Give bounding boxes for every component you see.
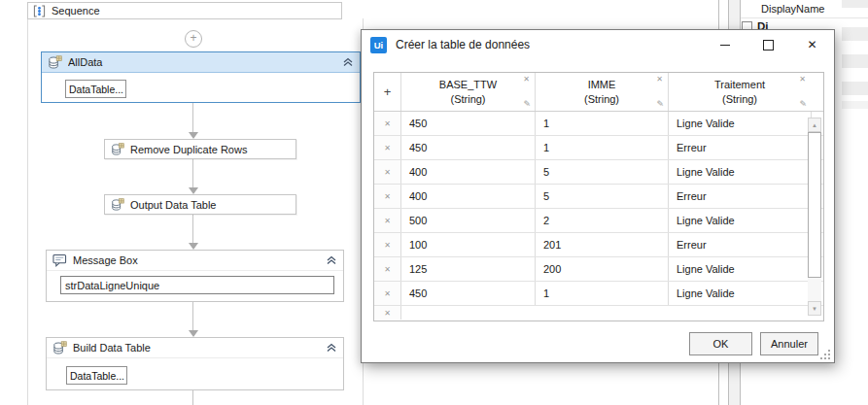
message-box-text-input[interactable]: strDataLigneUnique [60,276,334,294]
delete-row-button[interactable]: ✕ [374,282,401,305]
cell[interactable]: Ligne Valide [669,112,812,135]
table-row-new[interactable]: ✕ [374,306,823,320]
add-activity-button[interactable]: + [185,30,202,48]
cell[interactable]: Erreur [669,233,812,256]
cancel-button[interactable]: Annuler [760,332,818,355]
data-table-editor: + BASE_TTW (String) ✕ ✎ IMME (String) ✕ … [373,72,824,321]
cell[interactable]: Ligne Valide [669,160,812,184]
properties-grid-stripe [842,27,868,41]
activity-remove-duplicate-rows[interactable]: Remove Duplicate Rows [104,139,296,159]
edit-column-icon[interactable]: ✎ [799,100,807,109]
activity-message-box-header[interactable]: Message Box [47,251,343,271]
column-type: (String) [722,92,757,107]
cell[interactable]: Ligne Valide [669,257,812,281]
table-scrollbar[interactable]: ▲ ▼ [808,118,821,316]
cell[interactable]: 125 [401,257,536,281]
flow-arrow-icon [189,243,198,250]
minimize-icon [720,45,730,46]
table-row: ✕ 450 1 Erreur [374,136,823,160]
cell[interactable]: 450 [401,282,536,305]
cell[interactable]: 5 [536,185,669,208]
cell[interactable]: 201 [536,233,669,256]
maximize-button[interactable] [746,30,790,59]
cell[interactable]: 400 [401,185,536,208]
close-button[interactable]: ✕ [790,30,834,59]
flow-connector [192,215,193,243]
properties-displayname-text: DisplayName [761,3,824,15]
uipath-logo-icon: Ui [370,37,387,53]
cell[interactable]: Erreur [669,136,812,159]
minimize-button[interactable] [703,30,746,59]
cell[interactable]: 100 [401,233,536,256]
flow-connector [192,390,193,405]
maximize-icon [763,40,774,51]
activity-build-data-table-title: Build Data Table [73,342,320,354]
column-type: (String) [584,92,619,107]
delete-column-icon[interactable]: ✕ [799,76,806,84]
collapse-icon[interactable] [342,57,354,67]
activity-alldata[interactable]: AllData DataTable... [41,51,361,103]
resize-grip[interactable] [820,350,830,359]
edit-column-icon[interactable]: ✎ [523,100,531,109]
delete-row-button[interactable]: ✕ [374,233,401,256]
column-name: Traitement [714,78,765,92]
sequence-header[interactable]: Sequence [27,2,342,19]
create-data-table-dialog: Ui Créer la table de données ✕ + BASE_TT… [361,29,835,363]
delete-row-button[interactable]: ✕ [374,185,401,208]
column-name: IMME [588,78,616,92]
column-name: BASE_TTW [439,78,497,92]
cell[interactable]: 1 [536,112,669,135]
delete-column-icon[interactable]: ✕ [656,76,663,84]
cell[interactable]: 450 [401,136,536,159]
delete-row-button[interactable]: ✕ [374,257,401,281]
cell[interactable]: 1 [536,136,669,159]
cell[interactable]: 450 [401,112,536,135]
cell[interactable]: Ligne Valide [669,209,812,232]
properties-grid-stripe [842,54,868,68]
datatable-icon [111,143,124,156]
delete-row-button[interactable]: ✕ [374,306,401,320]
scroll-down-icon[interactable]: ▼ [808,301,821,316]
table-row: ✕ 450 1 Ligne Valide [374,282,823,306]
delete-column-icon[interactable]: ✕ [523,76,530,84]
activity-output-data-table[interactable]: Output Data Table [104,194,296,215]
collapse-icon[interactable] [326,343,337,353]
delete-row-button[interactable]: ✕ [374,112,401,135]
flow-connector [192,103,193,132]
column-header-base-ttw[interactable]: BASE_TTW (String) ✕ ✎ [401,73,536,111]
delete-row-button[interactable]: ✕ [374,160,401,184]
cell[interactable]: 200 [536,257,669,281]
add-column-button[interactable]: + [374,73,401,111]
column-header-traitement[interactable]: Traitement (String) ✕ ✎ [669,73,811,111]
build-data-table-datatable-button[interactable]: DataTable... [66,366,127,385]
column-header-imme[interactable]: IMME (String) ✕ ✎ [536,73,669,111]
cell[interactable]: 1 [536,282,669,305]
alldata-datatable-button[interactable]: DataTable... [65,80,126,98]
edit-column-icon[interactable]: ✎ [656,100,664,109]
sequence-label: Sequence [52,5,100,17]
cell[interactable]: 500 [401,209,536,232]
cell[interactable]: Ligne Valide [669,282,812,305]
activity-message-box[interactable]: Message Box strDataLigneUnique [46,250,344,302]
delete-row-button[interactable]: ✕ [374,136,401,159]
activity-alldata-header[interactable]: AllData [42,52,360,73]
datatable-icon [52,341,67,355]
cell[interactable]: Erreur [669,185,812,208]
collapse-icon[interactable] [326,255,337,265]
cell[interactable]: 5 [536,160,669,184]
dialog-title: Créer la table de données [396,38,703,51]
delete-row-button[interactable]: ✕ [374,209,401,232]
activity-alldata-title: AllData [68,56,336,68]
flow-connector [192,302,193,330]
table-row: ✕ 400 5 Ligne Valide [374,160,823,185]
activity-build-data-table[interactable]: Build Data Table DataTable... [46,337,344,390]
cell[interactable]: 2 [536,209,669,232]
properties-grid-stripe [842,101,868,109]
table-row: ✕ 100 201 Erreur [374,233,823,257]
ok-button[interactable]: OK [689,332,752,355]
scroll-up-icon[interactable]: ▲ [808,118,821,132]
activity-build-data-table-header[interactable]: Build Data Table [47,338,343,358]
cell[interactable]: 400 [401,160,536,184]
dialog-titlebar[interactable]: Ui Créer la table de données ✕ [362,30,834,59]
scrollbar-thumb[interactable] [808,132,821,278]
